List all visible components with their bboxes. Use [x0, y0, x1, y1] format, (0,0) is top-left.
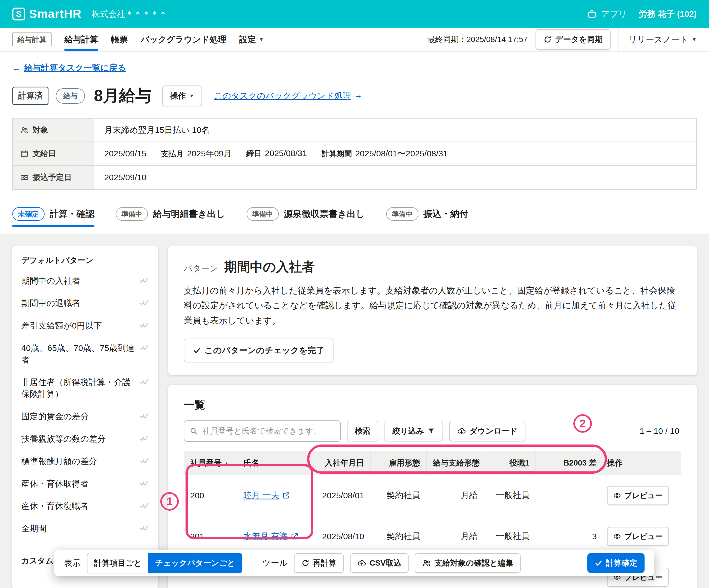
step-payslip-export[interactable]: 準備中 給与明細書き出し	[116, 207, 225, 227]
sidebar-item-pattern-4[interactable]: 非居住者（所得税計算・介護保険計算）	[12, 371, 158, 405]
forward-arrow-icon: →	[354, 90, 362, 102]
sidebar-item-pattern-2[interactable]: 差引支給額が0円以下	[12, 314, 158, 337]
cell-employment-type: 契約社員	[370, 475, 426, 516]
nav-tab-settings[interactable]: 設定▼	[239, 28, 264, 51]
sidebar-item-pattern-1[interactable]: 期間中の退職者	[12, 292, 158, 314]
people-icon	[20, 126, 29, 134]
download-button[interactable]: ダウンロード	[449, 421, 525, 441]
column-header-name: 氏名	[237, 451, 310, 475]
cloud-download-icon	[457, 427, 466, 436]
sidebar-item-pattern-5[interactable]: 固定的賃金の差分	[12, 405, 158, 428]
filter-button[interactable]: 絞り込み	[385, 421, 443, 441]
sidebar-item-pattern-8[interactable]: 産休・育休取得者	[12, 472, 158, 495]
external-link-icon	[282, 492, 290, 500]
search-button[interactable]: 検索	[347, 421, 378, 441]
actions-button-label: 操作	[170, 91, 186, 101]
global-nav: 給与計算 給与計算 帳票 バックグラウンド処理 設定▼ 最終同期：2025/08…	[0, 28, 709, 52]
payment-targets-button[interactable]: 支給対象の確認と編集	[415, 553, 520, 573]
nav-tab-background-jobs[interactable]: バックグラウンド処理	[141, 28, 227, 51]
preview-button[interactable]: プレビュー	[607, 486, 669, 505]
search-input[interactable]	[202, 426, 335, 436]
sidebar-item-label: 産休・育休取得者	[21, 478, 88, 490]
double-check-icon	[139, 525, 149, 532]
brand-name: SmartHR	[29, 7, 82, 21]
search-icon	[189, 427, 198, 435]
apps-menu[interactable]: アプリ	[601, 8, 627, 20]
step-withholding-export[interactable]: 準備中 源泉徴収票書き出し	[246, 207, 365, 227]
sidebar-item-pattern-0[interactable]: 期間中の入社者	[12, 270, 158, 292]
preview-button[interactable]: プレビュー	[607, 527, 669, 546]
sidebar-item-label: 標準報酬月額の差分	[21, 455, 97, 467]
cell-position: 一般社員	[484, 475, 536, 516]
summary-payday-value: 2025/09/15	[104, 149, 146, 158]
task-background-jobs-link[interactable]: このタスクのバックグラウンド処理 →	[214, 90, 362, 102]
sidebar-item-label: 産休・育休復職者	[21, 500, 88, 512]
list-title: 一覧	[184, 398, 681, 412]
double-check-icon	[139, 502, 149, 509]
segment-by-calculation-item[interactable]: 計算項目ごと	[87, 553, 148, 573]
employee-name-link[interactable]: 水無月 有海	[243, 531, 298, 542]
employee-search-box[interactable]	[184, 420, 341, 442]
sidebar-item-pattern-9[interactable]: 産休・育休復職者	[12, 495, 158, 517]
table-header-row: 社員番号▲ 氏名 入社年月日 雇用形態 給与支給形態 役職1 B2003 差 操…	[184, 451, 681, 475]
nav-tab-reports[interactable]: 帳票	[111, 28, 128, 51]
employee-name-link[interactable]: 睦月 一夫	[243, 490, 290, 501]
summary-calc-period: 計算期間2025/08/01〜2025/08/31	[321, 148, 448, 159]
nav-tab-label: 帳票	[111, 34, 128, 45]
page-title: 8月給与	[94, 85, 152, 107]
release-notes-menu[interactable]: リリースノート ▼	[619, 28, 697, 51]
summary-row-payday: 支給日 2025/09/15 支払月2025年09月 締日2025/08/31 …	[13, 142, 696, 165]
people-icon	[422, 559, 431, 567]
cloud-upload-icon	[357, 559, 366, 567]
summary-closing-date: 締日2025/08/31	[246, 149, 307, 159]
column-header-emp-no[interactable]: 社員番号▲	[184, 451, 237, 475]
nav-tab-label: 給与計算	[64, 34, 98, 45]
summary-transfer-label: 振込予定日	[32, 172, 72, 183]
double-check-icon	[139, 480, 149, 487]
recalculate-button[interactable]: 再計算	[294, 553, 344, 573]
sync-data-label: データを同期	[555, 34, 603, 45]
step-calculate-confirm[interactable]: 未確定 計算・確認	[12, 207, 95, 227]
csv-import-button[interactable]: CSV取込	[350, 553, 409, 573]
nav-tab-payroll[interactable]: 給与計算	[64, 28, 98, 51]
cell-hire-date: 2025/08/01	[310, 475, 370, 516]
sidebar-item-pattern-10[interactable]: 全期間	[12, 517, 158, 540]
summary-row-target: 対象 月末締め翌月15日払い 10名	[13, 119, 696, 142]
complete-pattern-check-button[interactable]: このパターンのチェックを完了	[184, 338, 334, 362]
sidebar-item-label: 期間中の入社者	[21, 275, 80, 287]
column-header-hire-date: 入社年月日	[310, 451, 370, 475]
sidebar-item-pattern-3[interactable]: 40歳、65歳、70歳、75歳到達者	[12, 337, 158, 371]
briefcase-icon	[587, 9, 597, 19]
cell-b2003	[536, 475, 603, 516]
sync-data-button[interactable]: データを同期	[535, 29, 611, 50]
back-arrow-icon: ←	[12, 63, 21, 73]
company-name: 株式会社＊＊＊＊＊	[91, 8, 167, 20]
sort-asc-icon: ▲	[224, 460, 230, 467]
step-transfer-payment[interactable]: 準備中 振込・納付	[386, 207, 468, 227]
user-menu[interactable]: 労務 花子 (102)	[639, 8, 697, 20]
segment-by-check-pattern[interactable]: チェックパターンごと	[148, 553, 242, 573]
check-icon	[193, 346, 201, 355]
sidebar-item-pattern-7[interactable]: 標準報酬月額の差分	[12, 450, 158, 472]
display-mode-segmented-control: 計算項目ごと チェックパターンごと	[87, 553, 242, 573]
column-header-actions: 操作	[603, 451, 681, 475]
eye-icon	[613, 533, 621, 540]
category-badge: 給与	[56, 88, 85, 104]
step-status-badge: 準備中	[386, 207, 418, 221]
sidebar-item-pattern-6[interactable]: 扶養親族等の数の差分	[12, 428, 158, 450]
back-to-task-list-link[interactable]: ← 給与計算タスク一覧に戻る	[12, 62, 126, 74]
release-notes-label: リリースノート	[629, 34, 688, 45]
smarthr-logo-icon: S	[12, 7, 25, 21]
double-check-icon	[139, 435, 149, 442]
refresh-icon	[301, 559, 310, 567]
module-badge: 給与計算	[12, 32, 52, 47]
bank-transfer-icon	[20, 173, 29, 182]
status-badge: 計算済	[12, 86, 49, 105]
recalculate-label: 再計算	[313, 558, 337, 568]
check-icon	[595, 559, 603, 567]
chevron-down-icon: ▼	[189, 93, 194, 99]
actions-button[interactable]: 操作 ▼	[162, 85, 202, 106]
confirm-calculation-button[interactable]: 計算確定	[587, 553, 645, 573]
sidebar-item-label: 差引支給額が0円以下	[21, 320, 102, 332]
column-header-b2003: B2003 差	[536, 451, 603, 475]
